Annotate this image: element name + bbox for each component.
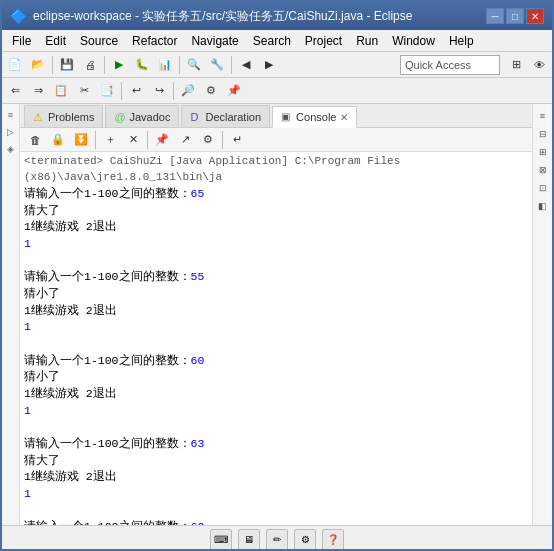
separator-2 bbox=[104, 56, 105, 74]
console-input-10: 60 bbox=[191, 354, 205, 367]
status-help-button[interactable]: ❓ bbox=[322, 529, 344, 551]
console-clear-button[interactable]: 🗑 bbox=[24, 129, 46, 151]
console-input-15: 63 bbox=[191, 437, 205, 450]
right-panel: ≡ ⊟ ⊞ ⊠ ⊡ ◧ bbox=[532, 104, 552, 525]
console-prompt-0: 请输入一个1-100之间的整数： bbox=[24, 187, 191, 200]
tb2-btn2[interactable]: ⇒ bbox=[27, 80, 49, 102]
maximize-button[interactable]: □ bbox=[506, 8, 524, 24]
console-line-8: 1 bbox=[24, 319, 528, 336]
menu-item-help[interactable]: Help bbox=[443, 32, 480, 50]
console-line-15: 请输入一个1-100之间的整数：63 bbox=[24, 436, 528, 453]
toolbar-2: ⇐ ⇒ 📋 ✂ 📑 ↩ ↪ 🔎 ⚙ 📌 bbox=[2, 78, 552, 104]
console-prompt-20: 请输入一个1-100之间的整数： bbox=[24, 520, 191, 525]
tb2-btn8[interactable]: 📌 bbox=[223, 80, 245, 102]
console-line-13: 1 bbox=[24, 403, 528, 420]
console-prompt-15: 请输入一个1-100之间的整数： bbox=[24, 437, 191, 450]
console-close-button[interactable]: ✕ bbox=[340, 112, 348, 123]
tb2-btn7[interactable]: ⚙ bbox=[200, 80, 222, 102]
right-icon-3[interactable]: ⊞ bbox=[535, 144, 550, 159]
menu-item-project[interactable]: Project bbox=[299, 32, 348, 50]
tab-declaration[interactable]: D Declaration bbox=[181, 105, 270, 127]
refactor-button[interactable]: 🔧 bbox=[206, 54, 228, 76]
console-scroll-lock-button[interactable]: 🔒 bbox=[47, 129, 69, 151]
console-line-19 bbox=[24, 503, 528, 520]
console-line-18: 1 bbox=[24, 486, 528, 503]
console-line-6: 猜小了 bbox=[24, 286, 528, 303]
console-line-14 bbox=[24, 419, 528, 436]
console-line-9 bbox=[24, 336, 528, 353]
console-new-button[interactable]: ＋ bbox=[99, 129, 121, 151]
prev-button[interactable]: ◀ bbox=[235, 54, 257, 76]
separator-4 bbox=[231, 56, 232, 74]
status-gear-button[interactable]: ⚙ bbox=[294, 529, 316, 551]
menu-item-search[interactable]: Search bbox=[247, 32, 297, 50]
minimize-button[interactable]: ─ bbox=[486, 8, 504, 24]
console-toolbar: 🗑 🔒 ⏬ ＋ ✕ 📌 ↗ ⚙ ↵ bbox=[20, 128, 532, 152]
undo-button[interactable]: ↩ bbox=[125, 80, 147, 102]
tb2-btn1[interactable]: ⇐ bbox=[4, 80, 26, 102]
menu-item-file[interactable]: File bbox=[6, 32, 37, 50]
menu-item-window[interactable]: Window bbox=[386, 32, 441, 50]
view-button[interactable]: 👁 bbox=[528, 54, 550, 76]
print-button[interactable]: 🖨 bbox=[79, 54, 101, 76]
menu-item-refactor[interactable]: Refactor bbox=[126, 32, 183, 50]
menu-item-navigate[interactable]: Navigate bbox=[185, 32, 244, 50]
status-monitor-button[interactable]: 🖥 bbox=[238, 529, 260, 551]
declaration-icon: D bbox=[190, 111, 202, 123]
new-button[interactable]: 📄 bbox=[4, 54, 26, 76]
debug-button[interactable]: 🐛 bbox=[131, 54, 153, 76]
status-edit-button[interactable]: ✏ bbox=[266, 529, 288, 551]
console-line-0: 请输入一个1-100之间的整数：65 bbox=[24, 186, 528, 203]
console-settings-button[interactable]: ⚙ bbox=[197, 129, 219, 151]
title-bar: 🔷 eclipse-workspace - 实验任务五/src/实验任务五/Ca… bbox=[2, 2, 552, 30]
close-button[interactable]: ✕ bbox=[526, 8, 544, 24]
gutter-icon-3[interactable]: ◈ bbox=[4, 142, 18, 156]
console-scroll-end-button[interactable]: ⏬ bbox=[70, 129, 92, 151]
menu-item-source[interactable]: Source bbox=[74, 32, 124, 50]
search-button[interactable]: 🔍 bbox=[183, 54, 205, 76]
tb2-btn3[interactable]: 📋 bbox=[50, 80, 72, 102]
perspective-button[interactable]: ⊞ bbox=[505, 54, 527, 76]
right-icon-2[interactable]: ⊟ bbox=[535, 126, 550, 141]
tb2-btn6[interactable]: 🔎 bbox=[177, 80, 199, 102]
console-remove-button[interactable]: ✕ bbox=[122, 129, 144, 151]
console-sep-2 bbox=[147, 131, 148, 149]
right-icon-5[interactable]: ⊡ bbox=[535, 180, 550, 195]
main-area: ≡ ▷ ◈ ⚠ Problems @ Javadoc D Declaration… bbox=[2, 104, 552, 525]
status-bar: ⌨ 🖥 ✏ ⚙ ❓ bbox=[2, 525, 552, 551]
profile-button[interactable]: 📊 bbox=[154, 54, 176, 76]
menu-item-edit[interactable]: Edit bbox=[39, 32, 72, 50]
right-icon-4[interactable]: ⊠ bbox=[535, 162, 550, 177]
quick-access-label: Quick Access bbox=[405, 59, 471, 71]
console-prompt-5: 请输入一个1-100之间的整数： bbox=[24, 270, 191, 283]
console-sep-1 bbox=[95, 131, 96, 149]
tb2-btn5[interactable]: 📑 bbox=[96, 80, 118, 102]
console-open-button[interactable]: ↗ bbox=[174, 129, 196, 151]
right-icon-1[interactable]: ≡ bbox=[535, 108, 550, 123]
next-button[interactable]: ▶ bbox=[258, 54, 280, 76]
save-button[interactable]: 💾 bbox=[56, 54, 78, 76]
open-button[interactable]: 📂 bbox=[27, 54, 49, 76]
tab-console[interactable]: ▣ Console ✕ bbox=[272, 106, 357, 128]
console-wrap-button[interactable]: ↵ bbox=[226, 129, 248, 151]
tab-javadoc[interactable]: @ Javadoc bbox=[105, 105, 179, 127]
tab-problems[interactable]: ⚠ Problems bbox=[24, 105, 103, 127]
status-terminal-button[interactable]: ⌨ bbox=[210, 529, 232, 551]
left-gutter: ≡ ▷ ◈ bbox=[2, 104, 20, 525]
console-line-4 bbox=[24, 253, 528, 270]
redo-button[interactable]: ↪ bbox=[148, 80, 170, 102]
quick-access-box[interactable]: Quick Access bbox=[400, 55, 500, 75]
console-output: <terminated> CaiShuZi [Java Application]… bbox=[20, 152, 532, 525]
terminated-line: <terminated> CaiShuZi [Java Application]… bbox=[24, 154, 528, 186]
tb2-btn4[interactable]: ✂ bbox=[73, 80, 95, 102]
run-button[interactable]: ▶ bbox=[108, 54, 130, 76]
menu-item-run[interactable]: Run bbox=[350, 32, 384, 50]
console-pin-button[interactable]: 📌 bbox=[151, 129, 173, 151]
gutter-icon-1[interactable]: ≡ bbox=[4, 108, 18, 122]
window-title: eclipse-workspace - 实验任务五/src/实验任务五/CaiS… bbox=[33, 8, 486, 25]
gutter-icon-2[interactable]: ▷ bbox=[4, 125, 18, 139]
separator-3 bbox=[179, 56, 180, 74]
right-icon-6[interactable]: ◧ bbox=[535, 198, 550, 213]
console-line-16: 猜大了 bbox=[24, 453, 528, 470]
tab-bar: ⚠ Problems @ Javadoc D Declaration ▣ Con… bbox=[20, 104, 532, 128]
